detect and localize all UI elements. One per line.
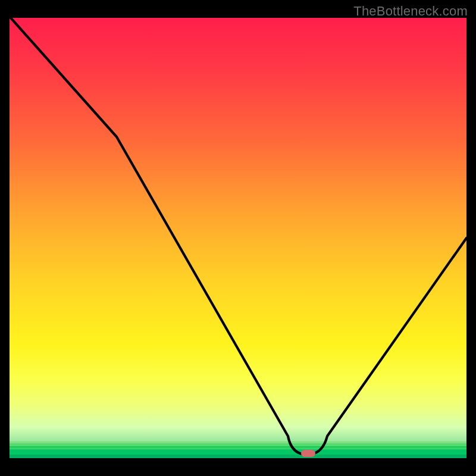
axis-left (7, 15, 10, 461)
chart-frame: TheBottleneck.com (0, 0, 476, 476)
curve-path (11, 18, 466, 455)
watermark-text: TheBottleneck.com (353, 4, 468, 19)
optimal-marker (301, 450, 315, 457)
axis-bottom (7, 458, 469, 461)
plot-area (10, 18, 466, 458)
bottleneck-curve (10, 18, 466, 458)
